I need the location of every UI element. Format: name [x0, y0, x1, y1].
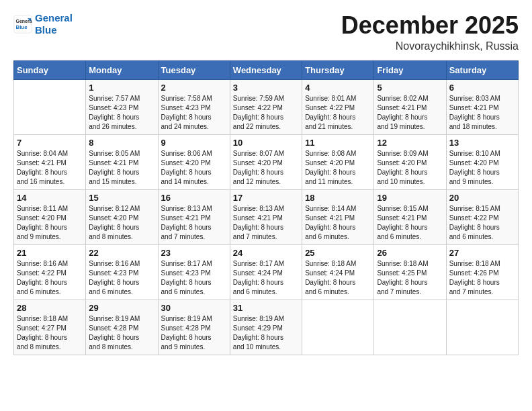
day-number: 10	[233, 138, 299, 148]
calendar-cell	[446, 300, 518, 355]
day-info: Sunrise: 8:13 AM Sunset: 4:21 PM Dayligh…	[233, 204, 299, 242]
title-block: December 2025 Novoraychikhinsk, Russia	[341, 12, 519, 52]
day-number: 30	[161, 303, 227, 313]
calendar-cell: 21Sunrise: 8:16 AM Sunset: 4:22 PM Dayli…	[14, 244, 86, 300]
day-number: 20	[449, 193, 515, 203]
calendar-cell: 20Sunrise: 8:15 AM Sunset: 4:22 PM Dayli…	[446, 189, 518, 244]
calendar-cell: 12Sunrise: 8:09 AM Sunset: 4:20 PM Dayli…	[374, 134, 446, 189]
weekday-header: Tuesday	[158, 60, 230, 79]
calendar-week-row: 14Sunrise: 8:11 AM Sunset: 4:20 PM Dayli…	[14, 189, 519, 244]
calendar-cell: 25Sunrise: 8:18 AM Sunset: 4:24 PM Dayli…	[302, 244, 374, 300]
calendar-cell: 9Sunrise: 8:06 AM Sunset: 4:20 PM Daylig…	[158, 134, 230, 189]
calendar-cell: 27Sunrise: 8:18 AM Sunset: 4:26 PM Dayli…	[446, 244, 518, 300]
day-number: 26	[377, 248, 443, 258]
calendar-cell: 6Sunrise: 8:03 AM Sunset: 4:21 PM Daylig…	[446, 79, 518, 134]
weekday-header: Monday	[86, 60, 158, 79]
day-number: 25	[305, 248, 371, 258]
day-number: 2	[161, 83, 227, 93]
calendar-table: SundayMondayTuesdayWednesdayThursdayFrid…	[13, 60, 519, 355]
day-number: 8	[89, 138, 154, 148]
day-info: Sunrise: 8:04 AM Sunset: 4:21 PM Dayligh…	[17, 149, 83, 187]
header: General Blue GeneralBlue December 2025 N…	[13, 12, 519, 52]
day-info: Sunrise: 8:02 AM Sunset: 4:21 PM Dayligh…	[377, 94, 443, 132]
day-number: 27	[449, 248, 515, 258]
day-info: Sunrise: 8:12 AM Sunset: 4:20 PM Dayligh…	[89, 204, 154, 242]
header-row: SundayMondayTuesdayWednesdayThursdayFrid…	[14, 60, 519, 79]
day-info: Sunrise: 8:18 AM Sunset: 4:24 PM Dayligh…	[305, 259, 371, 297]
calendar-cell: 22Sunrise: 8:16 AM Sunset: 4:23 PM Dayli…	[86, 244, 158, 300]
day-number: 18	[305, 193, 371, 203]
calendar-cell: 7Sunrise: 8:04 AM Sunset: 4:21 PM Daylig…	[14, 134, 86, 189]
day-number: 17	[233, 193, 299, 203]
day-number: 21	[17, 248, 83, 258]
calendar-cell: 26Sunrise: 8:18 AM Sunset: 4:25 PM Dayli…	[374, 244, 446, 300]
calendar-cell: 4Sunrise: 8:01 AM Sunset: 4:22 PM Daylig…	[302, 79, 374, 134]
day-number: 13	[449, 138, 515, 148]
day-info: Sunrise: 8:15 AM Sunset: 4:22 PM Dayligh…	[449, 204, 515, 242]
calendar-cell: 16Sunrise: 8:13 AM Sunset: 4:21 PM Dayli…	[158, 189, 230, 244]
calendar-week-row: 28Sunrise: 8:18 AM Sunset: 4:27 PM Dayli…	[14, 300, 519, 355]
day-number: 7	[17, 138, 83, 148]
day-info: Sunrise: 8:19 AM Sunset: 4:28 PM Dayligh…	[161, 314, 227, 352]
day-info: Sunrise: 7:58 AM Sunset: 4:23 PM Dayligh…	[161, 94, 227, 132]
calendar-cell	[302, 300, 374, 355]
day-info: Sunrise: 8:10 AM Sunset: 4:20 PM Dayligh…	[449, 149, 515, 187]
day-info: Sunrise: 8:17 AM Sunset: 4:23 PM Dayligh…	[161, 259, 227, 297]
day-info: Sunrise: 8:07 AM Sunset: 4:20 PM Dayligh…	[233, 149, 299, 187]
calendar-cell: 23Sunrise: 8:17 AM Sunset: 4:23 PM Dayli…	[158, 244, 230, 300]
day-number: 31	[233, 303, 299, 313]
day-number: 16	[161, 193, 227, 203]
calendar-cell: 11Sunrise: 8:08 AM Sunset: 4:20 PM Dayli…	[302, 134, 374, 189]
day-info: Sunrise: 7:57 AM Sunset: 4:23 PM Dayligh…	[89, 94, 154, 132]
day-info: Sunrise: 8:16 AM Sunset: 4:22 PM Dayligh…	[17, 259, 83, 297]
calendar-cell	[14, 79, 86, 134]
calendar-cell: 10Sunrise: 8:07 AM Sunset: 4:20 PM Dayli…	[230, 134, 302, 189]
day-number: 19	[377, 193, 443, 203]
weekday-header: Saturday	[446, 60, 518, 79]
day-number: 6	[449, 83, 515, 93]
day-number: 22	[89, 248, 154, 258]
calendar-cell: 18Sunrise: 8:14 AM Sunset: 4:21 PM Dayli…	[302, 189, 374, 244]
calendar-cell: 29Sunrise: 8:19 AM Sunset: 4:28 PM Dayli…	[86, 300, 158, 355]
day-info: Sunrise: 8:01 AM Sunset: 4:22 PM Dayligh…	[305, 94, 371, 132]
calendar-cell: 14Sunrise: 8:11 AM Sunset: 4:20 PM Dayli…	[14, 189, 86, 244]
weekday-header: Friday	[374, 60, 446, 79]
day-number: 3	[233, 83, 299, 93]
calendar-cell: 31Sunrise: 8:19 AM Sunset: 4:29 PM Dayli…	[230, 300, 302, 355]
day-info: Sunrise: 8:06 AM Sunset: 4:20 PM Dayligh…	[161, 149, 227, 187]
weekday-header: Wednesday	[230, 60, 302, 79]
day-info: Sunrise: 8:17 AM Sunset: 4:24 PM Dayligh…	[233, 259, 299, 297]
month-title: December 2025	[341, 12, 519, 39]
calendar-week-row: 1Sunrise: 7:57 AM Sunset: 4:23 PM Daylig…	[14, 79, 519, 134]
calendar-cell: 24Sunrise: 8:17 AM Sunset: 4:24 PM Dayli…	[230, 244, 302, 300]
logo-text: GeneralBlue	[35, 12, 73, 36]
day-number: 14	[17, 193, 83, 203]
calendar-cell: 15Sunrise: 8:12 AM Sunset: 4:20 PM Dayli…	[86, 189, 158, 244]
day-info: Sunrise: 8:13 AM Sunset: 4:21 PM Dayligh…	[161, 204, 227, 242]
calendar-cell: 1Sunrise: 7:57 AM Sunset: 4:23 PM Daylig…	[86, 79, 158, 134]
day-number: 24	[233, 248, 299, 258]
calendar-week-row: 7Sunrise: 8:04 AM Sunset: 4:21 PM Daylig…	[14, 134, 519, 189]
day-number: 23	[161, 248, 227, 258]
calendar-cell: 19Sunrise: 8:15 AM Sunset: 4:21 PM Dayli…	[374, 189, 446, 244]
calendar-cell: 3Sunrise: 7:59 AM Sunset: 4:22 PM Daylig…	[230, 79, 302, 134]
day-info: Sunrise: 8:16 AM Sunset: 4:23 PM Dayligh…	[89, 259, 154, 297]
day-info: Sunrise: 8:15 AM Sunset: 4:21 PM Dayligh…	[377, 204, 443, 242]
calendar-cell: 2Sunrise: 7:58 AM Sunset: 4:23 PM Daylig…	[158, 79, 230, 134]
day-info: Sunrise: 7:59 AM Sunset: 4:22 PM Dayligh…	[233, 94, 299, 132]
calendar-cell: 17Sunrise: 8:13 AM Sunset: 4:21 PM Dayli…	[230, 189, 302, 244]
day-info: Sunrise: 8:11 AM Sunset: 4:20 PM Dayligh…	[17, 204, 83, 242]
calendar-cell: 30Sunrise: 8:19 AM Sunset: 4:28 PM Dayli…	[158, 300, 230, 355]
day-number: 12	[377, 138, 443, 148]
logo-icon: General Blue	[13, 15, 32, 34]
day-info: Sunrise: 8:09 AM Sunset: 4:20 PM Dayligh…	[377, 149, 443, 187]
day-info: Sunrise: 8:18 AM Sunset: 4:27 PM Dayligh…	[17, 314, 83, 352]
day-info: Sunrise: 8:19 AM Sunset: 4:28 PM Dayligh…	[89, 314, 154, 352]
day-info: Sunrise: 8:18 AM Sunset: 4:25 PM Dayligh…	[377, 259, 443, 297]
day-number: 28	[17, 303, 83, 313]
day-info: Sunrise: 8:08 AM Sunset: 4:20 PM Dayligh…	[305, 149, 371, 187]
logo: General Blue GeneralBlue	[13, 12, 73, 36]
calendar-cell: 5Sunrise: 8:02 AM Sunset: 4:21 PM Daylig…	[374, 79, 446, 134]
weekday-header: Thursday	[302, 60, 374, 79]
calendar-cell: 28Sunrise: 8:18 AM Sunset: 4:27 PM Dayli…	[14, 300, 86, 355]
